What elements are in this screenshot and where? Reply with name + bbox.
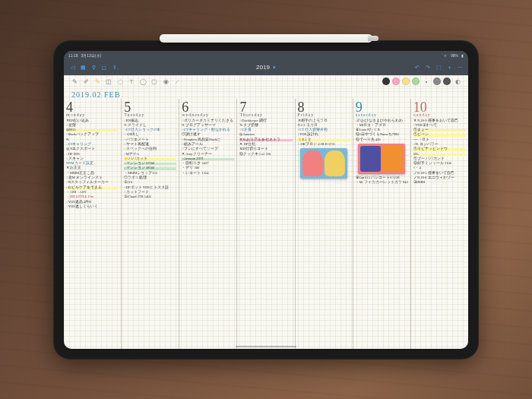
app-toolbar: ◁ ▦ ⚲ ◻ ⇪ 2019 ▾ ↶ ↷ ⬚ ＋ ⋯ [64, 60, 468, 75]
entry: ・M. フィカカーレットガラ 943 [356, 180, 408, 185]
select-icon[interactable]: ⬚ [435, 64, 442, 71]
day-column-9[interactable]: 9saturday○のおひなさまひやわらわわ・MIロコ・アダロ⑥ Luna Nた… [353, 99, 410, 349]
doc-title[interactable]: 2019 [256, 64, 270, 71]
entry: ○のおひなさまひやわらわわ [356, 119, 408, 123]
screen: 11:18 3月13日(水) ᯤ 98% ▮ ◁ ▦ ⚲ ◻ ⇪ 2019 ▾ … [64, 51, 468, 349]
lasso-icon[interactable]: ◌ [116, 77, 125, 86]
pen2-icon[interactable]: ✐ [81, 77, 90, 86]
entry: ⑥クックキ3 x2 320 [239, 152, 292, 157]
undo-icon[interactable]: ↶ [413, 64, 421, 71]
entry: ○ポリカーネカミナリくださる [182, 119, 234, 123]
share-icon[interactable]: ⇪ [111, 64, 119, 71]
status-time: 11:18 [68, 53, 78, 58]
color-yellow[interactable] [402, 78, 410, 85]
text-icon[interactable]: T [127, 77, 136, 86]
search-icon[interactable]: ⚲ [90, 64, 97, 71]
day-entries: ✕相手の上モラロN.2 3 モカロ○CT 仕入切替片④○YOS 設計れ⭐Eミと○… [298, 119, 350, 147]
color-darkgray[interactable] [443, 78, 451, 85]
entry: ○YOS返しくらいく [66, 204, 119, 209]
day-entries: ✕RN払い込み○金髪◎M15○SlackバックアップN.○CTキャリング◎ Nエ… [66, 119, 119, 210]
color-picker-icon[interactable]: ◐ [453, 77, 462, 86]
back-icon[interactable]: ◁ [68, 64, 76, 71]
day-column-7[interactable]: 7Thursday○Duckkeeper 調行N.タブ切替○C正長◎Amazon… [236, 99, 294, 349]
day-column-10[interactable]: 10sunday✕ N.18-S 侵事をおいて自己○YOS③すべて①きょー①ビー… [410, 99, 468, 349]
wifi-icon: ᯤ [444, 53, 448, 58]
entry: ①DMM [413, 180, 466, 185]
day-name: wednesday [182, 112, 234, 117]
day-entries: ○のおひなさまひやわらわわ・MIロコ・アダロ⑥ Luna Nた C B⑥1日中づ… [356, 119, 408, 142]
pasted-photo[interactable] [358, 144, 405, 174]
day-entries: ✕ N.18-S 侵事をおいて自己○YOS③すべて①きょー①ビーン ──→ロト○… [413, 119, 466, 185]
day-name: saturday [356, 112, 408, 117]
camera-icon[interactable]: ◉ [161, 77, 170, 86]
home-indicator[interactable] [236, 346, 296, 347]
image-icon[interactable]: ▢ [150, 77, 159, 86]
battery-icon: ▮ [461, 53, 464, 58]
battery-pct: 98% [451, 53, 458, 58]
title-dropdown-icon[interactable]: ▾ [273, 65, 276, 71]
day-name: Thursday [239, 112, 292, 117]
entry: ⑥でべり先 420 [356, 138, 408, 142]
more-icon[interactable]: ⋯ [456, 64, 464, 71]
entry: ・レコート 1354 [182, 171, 234, 176]
drawing-toolbar: ✎ ✐ ✎ ◫ ◌ T ◯ ▢ ◉ ⟋ • ◐ [64, 75, 468, 89]
entry: ✕ N.18-S 侵事をおいて自己 [413, 119, 466, 123]
day-entries: ○ポリカーネカミナリくださるN.ブログアッサーマ○CTキャリング・館なかれる◎請… [182, 119, 234, 176]
highlighter-icon[interactable]: ✎ [93, 77, 102, 86]
eraser-icon[interactable]: ◫ [104, 77, 113, 86]
entry: ○ OKプロジェIB D 5731 [298, 142, 350, 147]
day-name: Tuesday [124, 112, 176, 117]
status-bar: 11:18 3月13日(水) ᯤ 98% ▮ [64, 51, 468, 60]
pen-icon[interactable]: ✎ [70, 77, 79, 86]
entry: ①iCloud 2TB 1400 [124, 195, 176, 199]
month-header: 2019.02 FEB [64, 89, 468, 99]
ruler-icon[interactable]: ⟋ [173, 77, 182, 86]
color-pink[interactable] [392, 78, 400, 85]
color-gray[interactable] [433, 78, 441, 85]
day-column-5[interactable]: 5Tuesday○RN振込N.スライドし○CT仕入ショック27本○ GB出し○バ… [121, 99, 179, 349]
apple-pencil [160, 34, 372, 43]
color-black[interactable] [382, 78, 390, 85]
shape-icon[interactable]: ◯ [138, 77, 147, 86]
pasted-photo[interactable] [300, 148, 347, 179]
day-entries: ⑥Gap10.5 パシコート6 5138・M. フィカカーレットガラ 943 [356, 176, 408, 185]
status-date: 3月13日(水) [81, 53, 102, 58]
color-divider: • [422, 77, 431, 86]
day-name: Friday [298, 112, 350, 117]
ipad-device: 11:18 3月13日(水) ᯤ 98% ▮ ◁ ▦ ⚲ ◻ ⇪ 2019 ▾ … [53, 40, 479, 359]
bookmark-icon[interactable]: ◻ [100, 64, 108, 71]
day-name: monday [66, 112, 119, 117]
day-entries: ○Duckkeeper 調行N.タブ切替○C正長◎Amazon✕N.おリアルをセ… [239, 119, 292, 157]
redo-icon[interactable]: ↷ [424, 64, 432, 71]
planner-page[interactable]: ✎ ✐ ✎ ◫ ◌ T ◯ ▢ ◉ ⟋ • ◐ 2019.02 FEB [64, 75, 468, 349]
day-entries: ○RN振込N.スライドし○CT仕入ショック27本○ GB出し○バラエメート○ヤマ… [124, 119, 176, 200]
week-grid: 4monday✕RN払い込み○金髪◎M15○SlackバックアップN.○CTキャ… [64, 99, 468, 349]
thumbnails-icon[interactable]: ▦ [79, 64, 87, 71]
day-name: sunday [413, 112, 466, 117]
day-column-6[interactable]: 6wednesday○ポリカーネカミナリくださるN.ブログアッサーマ○CTキャリ… [179, 99, 236, 349]
day-column-4[interactable]: 4monday✕RN払い込み○金髪◎M15○SlackバックアップN.○CTキャ… [64, 99, 121, 349]
add-icon[interactable]: ＋ [445, 64, 453, 71]
day-column-8[interactable]: 8Friday✕相手の上モラロN.2 3 モカロ○CT 仕入切替片④○YOS 設… [295, 99, 353, 349]
color-green[interactable] [412, 78, 420, 85]
